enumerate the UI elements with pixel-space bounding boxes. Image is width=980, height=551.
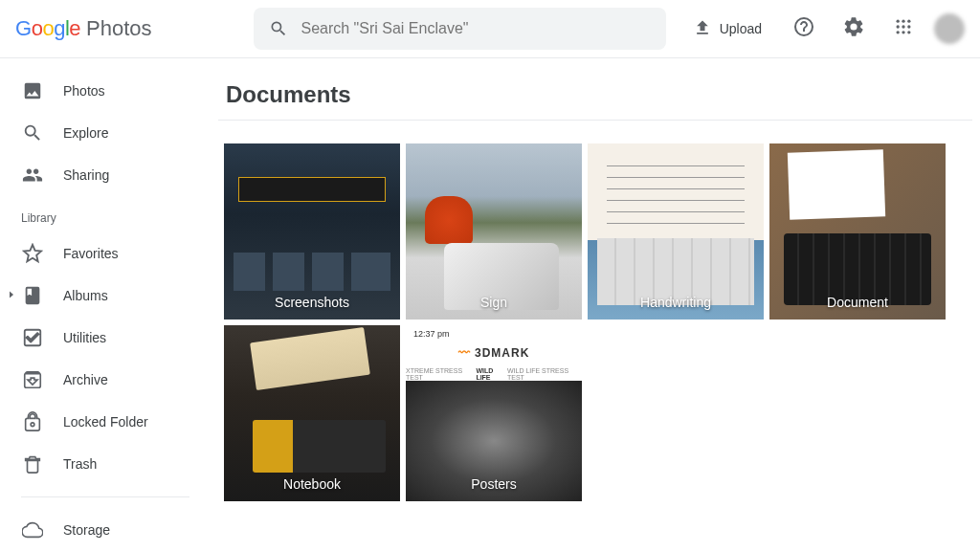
sidebar-item-photos[interactable]: Photos (0, 70, 211, 112)
app-header: Google Photos Upload (0, 0, 980, 58)
album-icon (21, 284, 44, 307)
tile-label: Notebook (224, 476, 400, 492)
content-area: Documents Screenshots Sign Handwriting D… (211, 58, 980, 551)
archive-icon (21, 368, 44, 391)
sidebar-item-label: Archive (63, 372, 108, 387)
star-icon (21, 242, 44, 265)
header-actions: Upload (681, 10, 965, 48)
help-icon (792, 15, 815, 42)
search-icon (269, 17, 290, 40)
sidebar-item-label: Explore (63, 125, 108, 141)
upload-icon (693, 18, 712, 40)
lock-icon (21, 410, 44, 433)
tile-thumbnail: 3DMARK XTREME STRESS TEST WILD LIFE WILD… (406, 325, 582, 501)
posters-brand-text: 3DMARK (406, 346, 582, 360)
trash-icon (21, 452, 44, 475)
account-avatar[interactable] (934, 13, 965, 44)
title-divider (218, 120, 972, 121)
tile-thumbnail (224, 143, 400, 320)
document-category-grid: Screenshots Sign Handwriting Document No… (218, 143, 972, 501)
tile-label: Handwriting (588, 295, 764, 310)
sidebar-item-trash[interactable]: Trash (0, 443, 211, 485)
tile-document[interactable]: Document (769, 143, 946, 320)
sidebar: Photos Explore Sharing Library Favorites… (0, 58, 211, 551)
help-button[interactable] (785, 10, 823, 48)
tile-handwriting[interactable]: Handwriting (588, 143, 764, 320)
sidebar-item-label: Photos (63, 83, 105, 99)
sidebar-item-albums[interactable]: Albums (0, 275, 211, 317)
sidebar-item-label: Favorites (63, 246, 119, 261)
svg-point-2 (907, 20, 910, 23)
sidebar-item-label: Albums (63, 288, 108, 303)
sidebar-item-label: Locked Folder (63, 414, 148, 430)
tile-label: Screenshots (224, 295, 400, 310)
sidebar-item-label: Utilities (63, 330, 106, 345)
search-input[interactable] (301, 20, 650, 37)
search-bar[interactable] (254, 8, 666, 50)
sidebar-section-library: Library (0, 196, 211, 232)
sidebar-item-archive[interactable]: Archive (0, 359, 211, 401)
sidebar-item-label: Trash (63, 456, 97, 472)
page-title: Documents (218, 81, 972, 108)
tile-notebook[interactable]: Notebook (224, 325, 400, 501)
sidebar-item-favorites[interactable]: Favorites (0, 232, 211, 275)
upload-label: Upload (720, 21, 762, 36)
tile-thumbnail (588, 143, 764, 320)
sidebar-item-locked-folder[interactable]: Locked Folder (0, 401, 211, 443)
settings-button[interactable] (835, 10, 873, 48)
svg-point-1 (902, 20, 904, 23)
svg-point-3 (897, 25, 900, 28)
apps-grid-button[interactable] (884, 10, 923, 48)
svg-point-8 (907, 31, 910, 33)
sidebar-item-utilities[interactable]: Utilities (0, 317, 211, 359)
svg-point-0 (897, 20, 900, 23)
svg-point-5 (907, 25, 910, 28)
sidebar-divider (21, 496, 189, 497)
check-box-icon (21, 326, 44, 349)
tile-screenshots[interactable]: Screenshots (224, 143, 400, 320)
cloud-icon (21, 518, 44, 541)
sidebar-item-explore[interactable]: Explore (0, 112, 211, 154)
svg-point-7 (902, 31, 904, 33)
product-name: Photos (86, 16, 152, 41)
sidebar-item-storage[interactable]: Storage (0, 509, 211, 551)
main-layout: Photos Explore Sharing Library Favorites… (0, 58, 980, 551)
chevron-right-icon (6, 288, 17, 303)
tile-posters[interactable]: 3DMARK XTREME STRESS TEST WILD LIFE WILD… (406, 325, 582, 501)
sidebar-item-sharing[interactable]: Sharing (0, 154, 211, 196)
tile-label: Sign (406, 295, 582, 310)
tile-thumbnail (406, 143, 582, 320)
svg-point-6 (897, 31, 900, 33)
tile-label: Document (769, 295, 946, 310)
search-icon (21, 121, 44, 144)
posters-tabs: XTREME STRESS TEST WILD LIFE WILD LIFE S… (406, 367, 582, 381)
apps-grid-icon (894, 17, 913, 40)
tile-thumbnail (224, 325, 400, 501)
gear-icon (842, 15, 865, 42)
sidebar-item-label: Sharing (63, 167, 109, 183)
sidebar-item-label: Storage (63, 522, 110, 538)
tile-sign[interactable]: Sign (406, 143, 582, 320)
upload-button[interactable]: Upload (681, 11, 773, 48)
google-photos-logo[interactable]: Google Photos (15, 16, 152, 41)
image-icon (21, 79, 44, 102)
svg-point-4 (902, 25, 904, 28)
tile-thumbnail (769, 143, 946, 320)
people-icon (21, 164, 44, 187)
tile-label: Posters (406, 476, 582, 492)
google-wordmark: Google (15, 16, 80, 41)
